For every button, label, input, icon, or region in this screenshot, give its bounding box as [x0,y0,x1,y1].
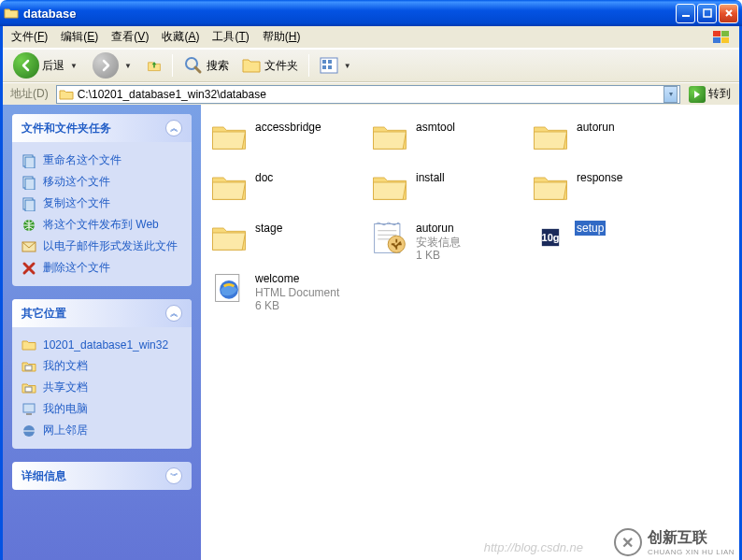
watermark: ✕ 创新互联 CHUANG XIN HU LIAN [614,528,735,556]
address-dropdown[interactable]: ▾ [664,86,678,103]
svg-text:10g: 10g [542,232,560,243]
mydocs-icon [21,359,36,374]
back-button[interactable]: 后退 ▼ [8,50,85,81]
file-item[interactable]: doc [207,165,367,215]
menu-favorites[interactable]: 收藏(A) [155,26,206,48]
move-icon [21,175,36,190]
task-label: 复制这个文件 [43,195,110,211]
address-input[interactable] [78,88,660,101]
task-label: 删除这个文件 [43,260,110,276]
address-label: 地址(D) [7,86,52,102]
publish-icon [21,218,36,233]
file-size: 6 KB [253,299,341,312]
file-label: response [575,170,624,185]
task-item[interactable]: 重命名这个文件 [21,150,182,171]
menu-tools[interactable]: 工具(T) [206,26,255,48]
file-item[interactable]: stage [207,215,367,266]
task-label: 将这个文件发布到 Web [43,217,159,233]
email-icon [21,239,36,254]
titlebar: database [0,0,742,26]
task-item[interactable]: 将这个文件发布到 Web [21,214,182,236]
svg-rect-0 [682,15,690,17]
task-item[interactable]: 移动这个文件 [21,171,182,193]
file-label: install [414,170,447,185]
collapse-icon: ︽ [165,305,182,322]
views-icon [320,57,338,74]
place-label: 网上邻居 [43,423,88,438]
close-button[interactable] [719,4,738,23]
svg-rect-22 [23,404,35,412]
folders-button[interactable]: 文件夹 [236,53,303,78]
folder-icon [208,217,250,258]
svg-rect-10 [322,65,326,69]
chevron-down-icon[interactable]: ▼ [67,62,80,70]
up-button[interactable] [142,55,166,76]
file-item[interactable]: autorun 安装信息1 KB [367,215,528,266]
copy-icon [21,196,36,211]
panel-header-details[interactable]: 详细信息 ︾ [12,462,192,490]
menu-help[interactable]: 帮助(H) [256,26,307,48]
back-icon [13,52,39,79]
exe-file-icon: 10g [530,217,571,258]
folder-up-icon [147,58,162,73]
file-item[interactable]: accessbridge [207,114,367,165]
mycomputer-icon [21,402,36,417]
chevron-down-icon[interactable]: ▼ [121,62,135,70]
search-button[interactable]: 搜索 [178,52,234,79]
task-item[interactable]: 删除这个文件 [21,257,182,279]
chevron-down-icon[interactable]: ▼ [341,62,354,70]
svg-rect-3 [721,31,729,36]
file-subtext: 安装信息 [414,236,463,249]
folder-icon [208,116,250,157]
content-area: 文件和文件夹任务 ︽ 重命名这个文件 移动这个文件 复制这个文件 将这个文件发布… [3,105,739,560]
place-item[interactable]: 我的文档 [21,355,182,377]
file-item[interactable]: response [528,165,689,215]
file-label: asmtool [414,120,457,135]
rename-icon [21,153,36,168]
go-button[interactable]: 转到 [684,85,735,104]
file-size: 1 KB [414,249,463,262]
file-item[interactable]: 10g setup [528,215,689,266]
task-label: 重命名这个文件 [43,152,121,168]
address-box[interactable]: ▾ [56,85,680,104]
views-button[interactable]: ▼ [315,54,359,77]
file-label: setup [575,221,606,236]
task-item[interactable]: 以电子邮件形式发送此文件 [21,236,182,257]
file-item[interactable]: asmtool [367,114,528,165]
forward-button[interactable]: ▼ [88,50,139,81]
menu-view[interactable]: 查看(V) [105,26,155,48]
place-item[interactable]: 10201_database1_win32 [21,335,182,355]
addressbar: 地址(D) ▾ 转到 [3,82,739,105]
svg-rect-1 [704,9,711,17]
file-label: autorun [414,221,463,236]
search-icon [183,55,204,76]
task-label: 以电子邮件形式发送此文件 [43,238,178,254]
folder-icon [208,166,250,208]
svg-rect-4 [713,37,721,43]
sidebar: 文件和文件夹任务 ︽ 重命名这个文件 移动这个文件 复制这个文件 将这个文件发布… [3,105,201,560]
file-label: welcome [253,271,341,286]
file-item[interactable]: autorun [528,114,689,165]
inf-file-icon [369,217,410,258]
file-label: doc [253,170,275,185]
collapse-icon: ︽ [165,120,182,136]
shared-icon [21,381,36,395]
folder-icon [530,166,571,208]
panel-header-places[interactable]: 其它位置 ︽ [12,299,192,327]
minimize-button[interactable] [676,4,695,23]
place-label: 共享文档 [43,380,88,395]
maximize-button[interactable] [697,4,717,23]
file-item[interactable]: welcome HTML Document6 KB [207,266,367,316]
place-item[interactable]: 我的电脑 [21,398,182,420]
menu-edit[interactable]: 编辑(E) [54,26,105,48]
panel-header-tasks[interactable]: 文件和文件夹任务 ︽ [12,114,192,142]
place-item[interactable]: 共享文档 [21,377,182,398]
file-area[interactable]: accessbridge asmtool autorun doc install [201,105,739,560]
file-item[interactable]: install [367,165,528,215]
menu-file[interactable]: 文件(F) [5,26,54,48]
svg-rect-11 [328,65,332,69]
toolbar: 后退 ▼ ▼ 搜索 文件夹 ▼ [3,49,739,82]
watermark-logo-icon: ✕ [614,528,642,556]
place-item[interactable]: 网上邻居 [21,420,182,441]
task-item[interactable]: 复制这个文件 [21,193,182,214]
